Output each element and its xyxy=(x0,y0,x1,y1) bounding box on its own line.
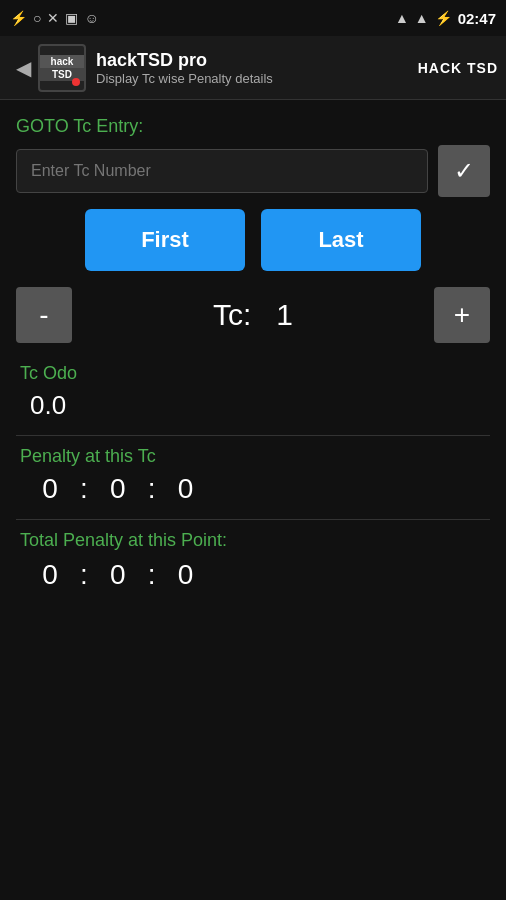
tc-counter-row: - Tc: 1 + xyxy=(16,287,490,343)
tc-odo-label: Tc Odo xyxy=(20,363,490,384)
logo-dot xyxy=(72,78,80,86)
total-penalty-sep1: : xyxy=(80,559,88,591)
penalty-val3: 0 xyxy=(166,473,206,505)
tc-odo-value: 0.0 xyxy=(20,390,490,421)
goto-row: ✓ xyxy=(16,145,490,197)
app-logo: hack TSD xyxy=(38,44,86,92)
status-icons-left: ⚡ ○ ✕ ▣ ☺ xyxy=(10,10,99,26)
tc-display: Tc: 1 xyxy=(72,298,434,332)
image-icon: ▣ xyxy=(65,10,78,26)
tc-minus-button[interactable]: - xyxy=(16,287,72,343)
status-bar: ⚡ ○ ✕ ▣ ☺ ▲ ▲ ⚡ 02:47 xyxy=(0,0,506,36)
tc-plus-button[interactable]: + xyxy=(434,287,490,343)
app-title: hackTSD pro xyxy=(96,50,418,71)
back-button[interactable]: ◀ xyxy=(8,36,38,100)
total-penalty-val1: 0 xyxy=(30,559,70,591)
penalty-sep2: : xyxy=(148,473,156,505)
first-last-row: First Last xyxy=(16,209,490,271)
goto-label: GOTO Tc Entry: xyxy=(16,116,490,137)
penalty-val2: 0 xyxy=(98,473,138,505)
divider-1 xyxy=(16,435,490,436)
tc-number-input[interactable] xyxy=(16,149,428,193)
total-penalty-val3: 0 xyxy=(166,559,206,591)
circle-icon: ○ xyxy=(33,10,41,26)
divider-2 xyxy=(16,519,490,520)
penalty-section: Penalty at this Tc 0 : 0 : 0 xyxy=(16,446,490,505)
app-subtitle: Display Tc wise Penalty details xyxy=(96,71,418,86)
total-penalty-val2: 0 xyxy=(98,559,138,591)
action-bar-titles: hackTSD pro Display Tc wise Penalty deta… xyxy=(96,50,418,86)
phone-icon: ✕ xyxy=(47,10,59,26)
total-penalty-sep2: : xyxy=(148,559,156,591)
first-button[interactable]: First xyxy=(85,209,245,271)
status-icons-right: ▲ ▲ ⚡ 02:47 xyxy=(395,10,496,27)
check-icon: ✓ xyxy=(454,157,474,185)
status-time: 02:47 xyxy=(458,10,496,27)
back-icon: ◀ xyxy=(16,56,31,80)
check-button[interactable]: ✓ xyxy=(438,145,490,197)
action-bar-action[interactable]: HACK TSD xyxy=(418,60,498,76)
penalty-row: 0 : 0 : 0 xyxy=(20,473,490,505)
total-penalty-row: 0 : 0 : 0 xyxy=(20,559,490,591)
logo-hack-text: hack xyxy=(40,55,84,68)
tc-odo-section: Tc Odo 0.0 xyxy=(16,363,490,421)
main-content: GOTO Tc Entry: ✓ First Last - Tc: 1 + Tc… xyxy=(0,100,506,591)
battery-icon: ⚡ xyxy=(435,10,452,26)
usb-icon: ⚡ xyxy=(10,10,27,26)
signal-icon: ▲ xyxy=(415,10,429,26)
last-button[interactable]: Last xyxy=(261,209,421,271)
total-penalty-section: Total Penalty at this Point: 0 : 0 : 0 xyxy=(16,530,490,591)
tc-prefix: Tc: xyxy=(213,298,251,331)
total-penalty-label: Total Penalty at this Point: xyxy=(20,530,490,551)
penalty-sep1: : xyxy=(80,473,88,505)
wifi-icon: ▲ xyxy=(395,10,409,26)
penalty-val1: 0 xyxy=(30,473,70,505)
penalty-label: Penalty at this Tc xyxy=(20,446,490,467)
face-icon: ☺ xyxy=(84,10,98,26)
tc-value: 1 xyxy=(276,298,293,331)
action-bar: ◀ hack TSD hackTSD pro Display Tc wise P… xyxy=(0,36,506,100)
